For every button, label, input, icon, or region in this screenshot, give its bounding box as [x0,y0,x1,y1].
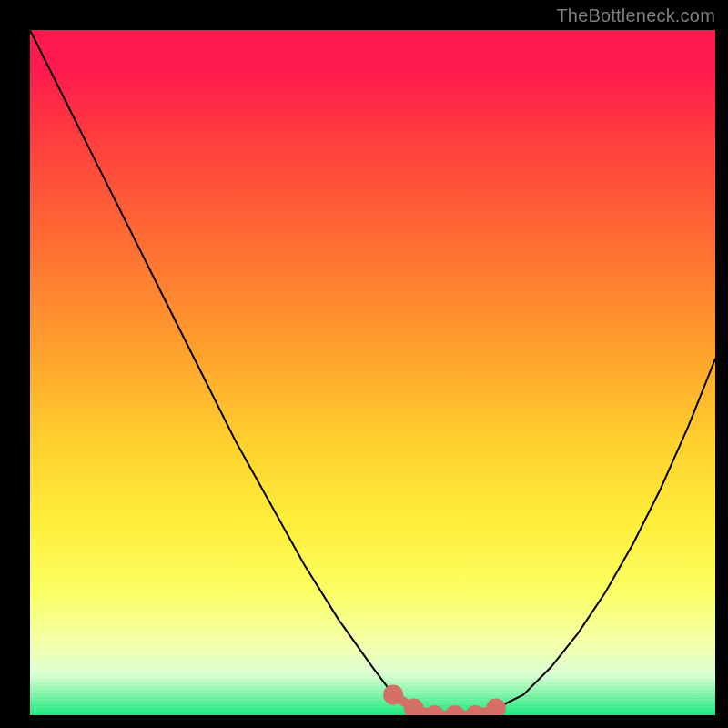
minimum-marker-dot [490,703,501,714]
chart-svg [30,30,715,715]
minimum-marker-dot [388,689,399,700]
minimum-marker-dot [450,710,460,715]
watermark-text: TheBottleneck.com [556,5,715,26]
minimum-markers [388,689,501,715]
minimum-marker-dot [429,710,440,715]
minimum-marker-dot [470,710,480,715]
minimum-marker-dot [409,703,420,714]
bottleneck-curve-path [30,30,715,715]
chart-plot-area [30,30,715,715]
chart-frame: TheBottleneck.com [0,0,728,728]
